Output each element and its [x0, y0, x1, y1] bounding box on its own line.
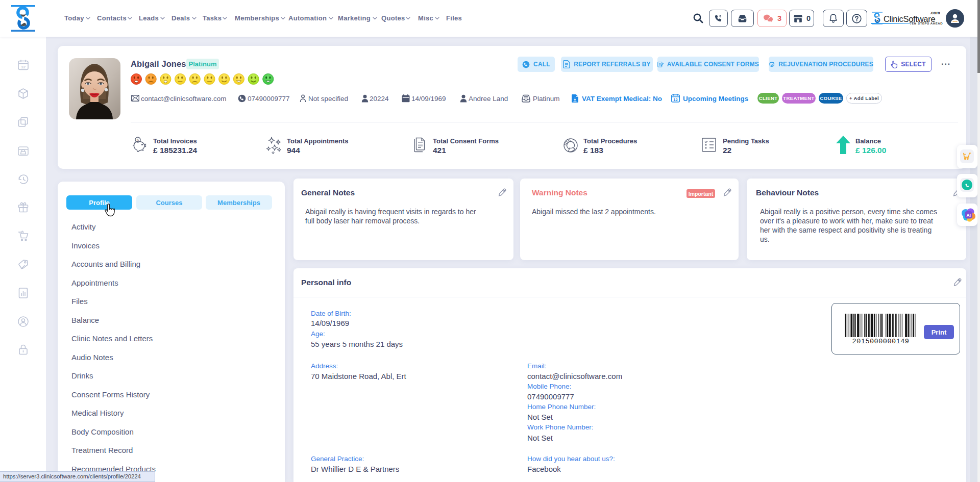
svg-text:12: 12 — [21, 65, 26, 69]
svg-text:AI: AI — [966, 213, 971, 218]
svg-text:12: 12 — [673, 97, 677, 102]
